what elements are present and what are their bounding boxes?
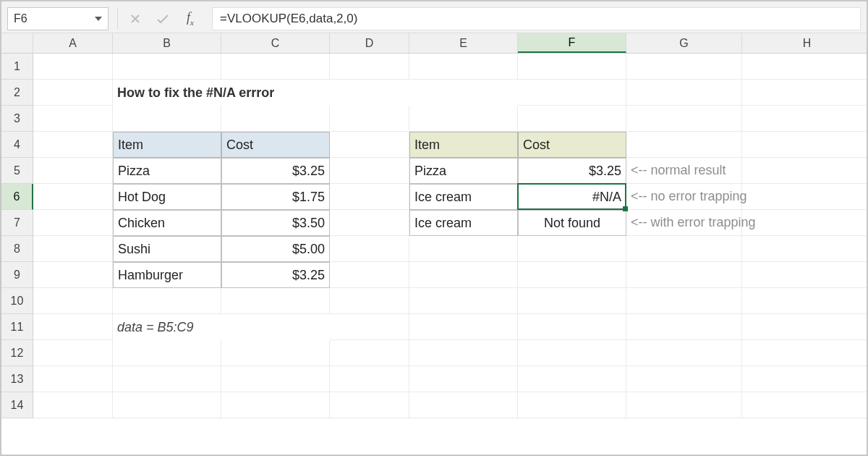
note-0: <-- normal result (626, 158, 742, 184)
t2-r1-item[interactable]: Ice cream (409, 184, 518, 210)
t1-r4-item[interactable]: Hamburger (113, 262, 221, 288)
row-1[interactable]: 1 (1, 54, 33, 80)
name-box-value: F6 (14, 12, 27, 25)
t1-head-item[interactable]: Item (113, 132, 221, 158)
t1-r2-item[interactable]: Chicken (113, 210, 221, 236)
fx-icon[interactable]: fx (180, 9, 200, 29)
t1-r4-cost[interactable]: $3.25 (221, 262, 330, 288)
row-8[interactable]: 8 (1, 236, 33, 262)
t1-r0-item[interactable]: Pizza (113, 158, 221, 184)
select-all-corner[interactable] (1, 33, 33, 53)
note-1: <-- no error trapping (626, 184, 742, 210)
worksheet[interactable]: A B C D E F G H 1 2 3 4 5 6 7 8 9 10 11 … (1, 33, 867, 455)
formula-bar-row: F6 fx =VLOOKUP(E6,data,2,0) (1, 1, 867, 33)
row-11[interactable]: 11 (1, 314, 33, 340)
col-B[interactable]: B (113, 33, 221, 53)
t1-r3-item[interactable]: Sushi (113, 236, 221, 262)
row-4[interactable]: 4 (1, 132, 33, 158)
row-10[interactable]: 10 (1, 288, 33, 314)
row-14[interactable]: 14 (1, 392, 33, 418)
t2-r0-item[interactable]: Pizza (409, 158, 518, 184)
t1-r0-cost[interactable]: $3.25 (221, 158, 330, 184)
formula-text: =VLOOKUP(E6,data,2,0) (220, 12, 357, 26)
column-headers[interactable]: A B C D E F G H (1, 33, 867, 54)
row-6[interactable]: 6 (1, 184, 33, 210)
formula-bar[interactable]: =VLOOKUP(E6,data,2,0) (212, 7, 861, 30)
row-13[interactable]: 13 (1, 366, 33, 392)
named-range-note: data = B5:C9 (113, 314, 330, 340)
row-9[interactable]: 9 (1, 262, 33, 288)
row-12[interactable]: 12 (1, 340, 33, 366)
t2-r1-cost[interactable]: #N/A (518, 184, 626, 210)
t2-r2-cost[interactable]: Not found (518, 210, 626, 236)
row-2[interactable]: 2 (1, 80, 33, 106)
col-C[interactable]: C (221, 33, 330, 53)
t2-head-item[interactable]: Item (409, 132, 518, 158)
t1-r2-cost[interactable]: $3.50 (221, 210, 330, 236)
col-G[interactable]: G (626, 33, 742, 53)
col-A[interactable]: A (33, 33, 113, 53)
col-D[interactable]: D (330, 33, 409, 53)
name-box-dropdown-icon[interactable] (95, 17, 102, 21)
row-3[interactable]: 3 (1, 106, 33, 132)
grid-cells[interactable]: How to fix the #N/A errror Item Cost Ite… (33, 54, 867, 418)
t2-head-cost[interactable]: Cost (518, 132, 626, 158)
row-5[interactable]: 5 (1, 158, 33, 184)
row-headers[interactable]: 1 2 3 4 5 6 7 8 9 10 11 12 13 14 (1, 54, 33, 418)
t2-r0-cost[interactable]: $3.25 (518, 158, 626, 184)
row-7[interactable]: 7 (1, 210, 33, 236)
t2-r2-item[interactable]: Ice cream (409, 210, 518, 236)
col-E[interactable]: E (409, 33, 518, 53)
cancel-icon[interactable] (125, 9, 145, 29)
window-frame: F6 fx =VLOOKUP(E6,data,2,0) A B C D E F … (0, 0, 868, 456)
t1-r1-item[interactable]: Hot Dog (113, 184, 221, 210)
col-F[interactable]: F (518, 33, 626, 53)
divider (117, 8, 118, 30)
name-box[interactable]: F6 (7, 7, 109, 30)
page-title: How to fix the #N/A errror (113, 80, 518, 106)
enter-icon[interactable] (153, 9, 173, 29)
t1-r3-cost[interactable]: $5.00 (221, 236, 330, 262)
t1-head-cost[interactable]: Cost (221, 132, 330, 158)
t1-r1-cost[interactable]: $1.75 (221, 184, 330, 210)
col-H[interactable]: H (742, 33, 868, 53)
note-2: <-- with error trapping (626, 210, 742, 236)
